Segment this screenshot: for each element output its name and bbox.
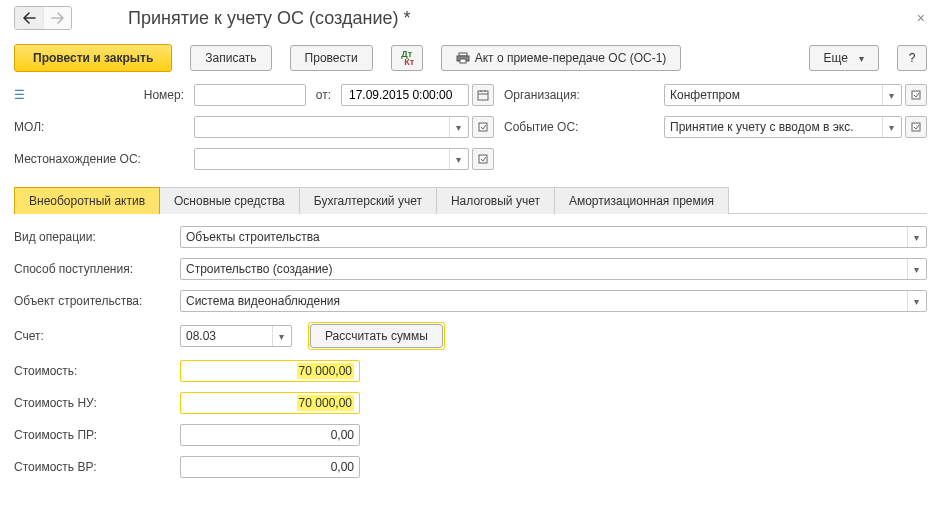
nav-forward-button[interactable] bbox=[43, 7, 71, 29]
chevron-down-icon[interactable]: ▾ bbox=[907, 291, 925, 311]
cost-vr-label: Стоимость ВР: bbox=[14, 460, 174, 474]
chevron-down-icon[interactable]: ▾ bbox=[907, 227, 925, 247]
cost-value: 70 000,00 bbox=[297, 363, 354, 379]
svg-rect-3 bbox=[478, 91, 488, 100]
calc-sums-button[interactable]: Рассчитать суммы bbox=[310, 324, 443, 348]
post-button[interactable]: Провести bbox=[290, 45, 373, 71]
object-label: Объект строительства: bbox=[14, 294, 174, 308]
help-button[interactable]: ? bbox=[897, 45, 927, 71]
account-label: Счет: bbox=[14, 329, 174, 343]
tab-noncurrent-asset[interactable]: Внеоборотный актив bbox=[14, 187, 160, 214]
print-act-label: Акт о приеме-передаче ОС (ОС-1) bbox=[475, 51, 667, 65]
cost-vr-value: 0,00 bbox=[186, 460, 354, 474]
calendar-icon bbox=[477, 89, 489, 101]
tab-depreciation-bonus[interactable]: Амортизационная премия bbox=[554, 187, 729, 214]
cost-pr-label: Стоимость ПР: bbox=[14, 428, 174, 442]
dt-kt-icon: Дт Кт bbox=[399, 50, 414, 66]
method-label: Способ поступления: bbox=[14, 262, 174, 276]
dt-kt-button[interactable]: Дт Кт bbox=[391, 45, 423, 71]
open-icon bbox=[478, 122, 488, 132]
chevron-down-icon[interactable]: ▾ bbox=[272, 326, 290, 346]
op-type-input[interactable]: Объекты строительства ▾ bbox=[180, 226, 927, 248]
op-type-value: Объекты строительства bbox=[186, 230, 907, 244]
cost-label: Стоимость: bbox=[14, 364, 174, 378]
cost-nu-label: Стоимость НУ: bbox=[14, 396, 174, 410]
cost-vr-input[interactable]: 0,00 bbox=[180, 456, 360, 478]
cost-nu-value: 70 000,00 bbox=[297, 395, 354, 411]
svg-rect-8 bbox=[479, 123, 487, 131]
window-title: Принятие к учету ОС (создание) * bbox=[128, 8, 905, 29]
tab-accounting[interactable]: Бухгалтерский учет bbox=[299, 187, 437, 214]
open-icon bbox=[911, 122, 921, 132]
from-label: от: bbox=[316, 88, 331, 102]
event-value: Принятие к учету с вводом в экс. bbox=[670, 120, 882, 134]
account-value: 08.03 bbox=[186, 329, 272, 343]
event-input[interactable]: Принятие к учету с вводом в экс. ▾ bbox=[664, 116, 902, 138]
object-value: Система видеонаблюдения bbox=[186, 294, 907, 308]
close-button[interactable]: × bbox=[911, 10, 931, 26]
location-input[interactable]: ▾ bbox=[194, 148, 469, 170]
mol-label: МОЛ: bbox=[14, 120, 184, 134]
tab-fixed-assets[interactable]: Основные средства bbox=[159, 187, 300, 214]
svg-rect-2 bbox=[460, 59, 466, 63]
number-label: Номер: bbox=[144, 88, 184, 102]
open-icon bbox=[911, 90, 921, 100]
svg-rect-7 bbox=[912, 91, 920, 99]
post-and-close-button[interactable]: Провести и закрыть bbox=[14, 44, 172, 72]
tab-tax-accounting[interactable]: Налоговый учет bbox=[436, 187, 555, 214]
date-input[interactable] bbox=[341, 84, 469, 106]
account-input[interactable]: 08.03 ▾ bbox=[180, 325, 292, 347]
cost-input[interactable]: 70 000,00 bbox=[180, 360, 360, 382]
svg-rect-9 bbox=[912, 123, 920, 131]
cost-nu-input[interactable]: 70 000,00 bbox=[180, 392, 360, 414]
chevron-down-icon[interactable]: ▾ bbox=[449, 117, 467, 137]
printer-icon bbox=[456, 52, 470, 64]
chevron-down-icon[interactable]: ▾ bbox=[449, 149, 467, 169]
chevron-down-icon[interactable]: ▾ bbox=[907, 259, 925, 279]
org-open-button[interactable] bbox=[905, 84, 927, 106]
mol-open-button[interactable] bbox=[472, 116, 494, 138]
open-icon bbox=[478, 154, 488, 164]
org-input[interactable]: Конфетпром ▾ bbox=[664, 84, 902, 106]
op-type-label: Вид операции: bbox=[14, 230, 174, 244]
number-input[interactable] bbox=[194, 84, 306, 106]
event-open-button[interactable] bbox=[905, 116, 927, 138]
location-label: Местонахождение ОС: bbox=[14, 152, 184, 166]
location-open-button[interactable] bbox=[472, 148, 494, 170]
cost-pr-value: 0,00 bbox=[186, 428, 354, 442]
tab-bar: Внеоборотный актив Основные средства Бух… bbox=[14, 186, 927, 214]
object-input[interactable]: Система видеонаблюдения ▾ bbox=[180, 290, 927, 312]
more-button[interactable]: Еще bbox=[809, 45, 879, 71]
calendar-button[interactable] bbox=[472, 84, 494, 106]
list-icon[interactable]: ☰ bbox=[14, 88, 25, 102]
nav-back-button[interactable] bbox=[15, 7, 43, 29]
method-value: Строительство (создание) bbox=[186, 262, 907, 276]
mol-input[interactable]: ▾ bbox=[194, 116, 469, 138]
save-button[interactable]: Записать bbox=[190, 45, 271, 71]
print-act-button[interactable]: Акт о приеме-передаче ОС (ОС-1) bbox=[441, 45, 682, 71]
nav-buttons bbox=[14, 6, 72, 30]
org-label: Организация: bbox=[504, 88, 654, 102]
chevron-down-icon[interactable]: ▾ bbox=[882, 85, 900, 105]
chevron-down-icon[interactable]: ▾ bbox=[882, 117, 900, 137]
org-value: Конфетпром bbox=[670, 88, 882, 102]
event-label: Событие ОС: bbox=[504, 120, 654, 134]
svg-rect-10 bbox=[479, 155, 487, 163]
cost-pr-input[interactable]: 0,00 bbox=[180, 424, 360, 446]
method-input[interactable]: Строительство (создание) ▾ bbox=[180, 258, 927, 280]
